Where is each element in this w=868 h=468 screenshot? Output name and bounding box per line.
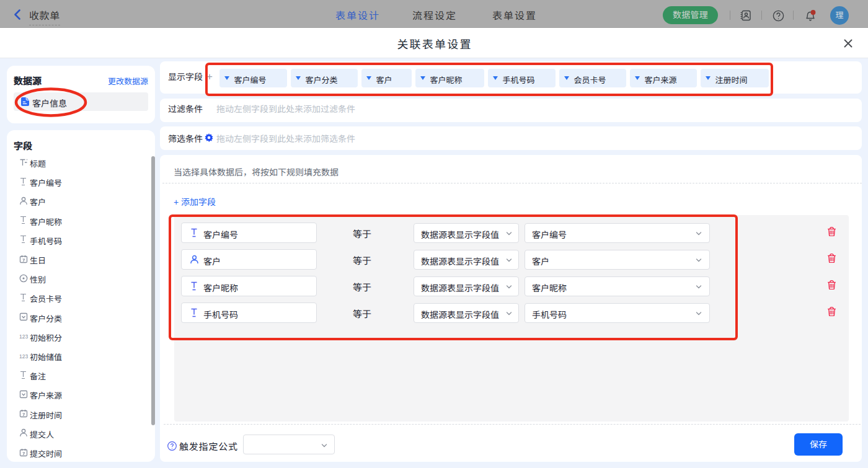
svg-text:123: 123 [19,353,28,359]
svg-text:123: 123 [19,333,28,340]
